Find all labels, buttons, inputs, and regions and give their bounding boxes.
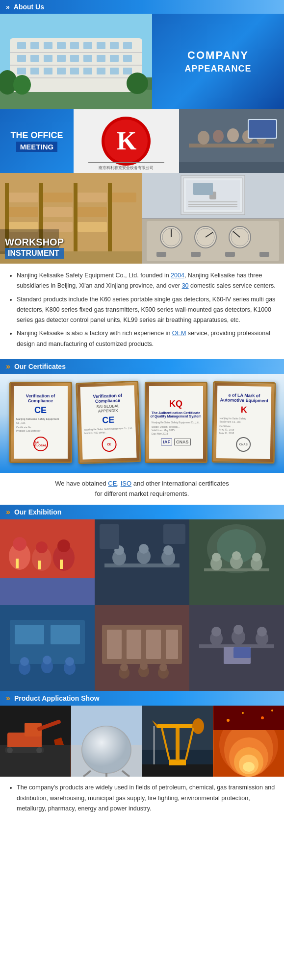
- svg-rect-78: [188, 206, 237, 207]
- svg-point-194: [261, 716, 264, 719]
- svg-rect-102: [16, 559, 19, 568]
- svg-rect-31: [97, 68, 105, 74]
- svg-rect-24: [123, 55, 132, 62]
- svg-rect-23: [110, 55, 119, 62]
- company-logo-image: K 南京科利赛克安全设备有限公司: [74, 109, 179, 173]
- svg-point-142: [120, 663, 128, 671]
- page-title: About Us: [14, 3, 44, 11]
- svg-rect-26: [30, 68, 39, 74]
- svg-rect-138: [127, 630, 141, 659]
- product-chevron-icon: »: [6, 694, 10, 703]
- svg-point-146: [159, 663, 167, 671]
- svg-point-124: [252, 553, 261, 562]
- svg-point-110: [139, 544, 149, 554]
- svg-rect-60: [9, 207, 38, 217]
- exhibition-chevron-icon: »: [6, 508, 10, 516]
- svg-rect-175: [142, 764, 213, 777]
- meeting-subtitle: MEETING: [16, 142, 57, 152]
- exhibition-section: [0, 519, 284, 691]
- svg-point-192: [227, 719, 230, 722]
- svg-rect-101: [0, 578, 95, 605]
- svg-rect-4: [10, 52, 142, 53]
- svg-point-130: [20, 657, 29, 666]
- iso-highlight: ISO: [121, 480, 131, 487]
- exhibition-image-1: [0, 519, 95, 605]
- svg-rect-13: [97, 42, 105, 49]
- svg-rect-6: [10, 77, 142, 78]
- description-list: Nanjing Kelisaike Safety Equipment Co., …: [8, 270, 276, 349]
- svg-rect-61: [43, 207, 73, 217]
- svg-rect-128: [51, 625, 80, 644]
- svg-point-152: [233, 625, 243, 635]
- svg-rect-27: [44, 68, 52, 74]
- ce-highlight: CE: [108, 480, 117, 487]
- svg-text:K: K: [117, 127, 137, 155]
- svg-rect-18: [44, 55, 52, 62]
- svg-rect-29: [70, 68, 79, 74]
- product-image-4: [213, 706, 284, 777]
- svg-rect-5: [10, 65, 142, 66]
- instrument-subtitle: INSTRUMENT: [5, 248, 64, 259]
- certificate-3: KQ The Authentication Certificateof Qual…: [145, 382, 207, 463]
- svg-rect-59: [43, 193, 73, 202]
- svg-point-144: [140, 662, 148, 670]
- svg-rect-17: [30, 55, 39, 62]
- svg-rect-75: [193, 183, 213, 195]
- svg-rect-14: [110, 42, 119, 49]
- svg-point-165: [36, 747, 42, 753]
- svg-rect-93: [259, 252, 269, 257]
- product-image-1: [0, 706, 71, 777]
- svg-rect-77: [188, 204, 237, 205]
- svg-rect-33: [123, 68, 132, 74]
- svg-rect-63: [77, 207, 107, 217]
- svg-rect-103: [38, 561, 41, 569]
- workshop-label: WORKSHOP INSTRUMENT: [5, 237, 64, 259]
- svg-point-169: [82, 726, 131, 773]
- svg-point-100: [57, 539, 70, 552]
- instrument-image: [142, 219, 284, 264]
- svg-rect-76: [188, 201, 237, 202]
- product-description-item: The company's products are widely used i…: [17, 783, 276, 814]
- product-description: The company's products are widely used i…: [0, 777, 284, 820]
- svg-point-36: [127, 73, 148, 94]
- product-section: [0, 706, 284, 777]
- svg-point-190: [243, 762, 255, 772]
- svg-rect-127: [15, 625, 44, 644]
- svg-rect-7: [17, 42, 26, 49]
- chevron-icon: »: [6, 3, 10, 11]
- description-item-3: Nanjing Kelisaike is also a factory with…: [17, 328, 276, 349]
- office-title: THE OFFICE: [11, 130, 63, 141]
- workshop-section: WORKSHOP INSTRUMENT: [0, 173, 284, 264]
- certificates-title: Our Certificates: [14, 363, 66, 370]
- svg-rect-56: [74, 183, 77, 256]
- certificates-header: » Our Certificates: [0, 359, 284, 374]
- office-images: K 南京科利赛克安全设备有限公司: [74, 109, 284, 173]
- svg-rect-25: [17, 68, 26, 74]
- svg-point-134: [65, 657, 74, 666]
- office-meeting-section: THE OFFICE MEETING K 南京科利赛克安全设备有限公司: [0, 109, 284, 173]
- svg-rect-178: [157, 724, 198, 728]
- exhibition-title: Our Exhibition: [14, 508, 61, 516]
- highlight-oem: OEM: [172, 330, 186, 337]
- svg-rect-156: [233, 647, 251, 658]
- svg-rect-113: [100, 524, 119, 549]
- svg-rect-92: [225, 252, 235, 257]
- svg-point-96: [13, 537, 26, 551]
- certificates-chevron-icon: »: [6, 362, 10, 371]
- svg-rect-57: [108, 183, 112, 256]
- highlight-count: 30: [182, 282, 189, 289]
- highlight-year: 2004: [171, 272, 184, 279]
- svg-point-154: [257, 627, 267, 637]
- svg-rect-10: [57, 42, 66, 49]
- office-label-panel: THE OFFICE MEETING: [0, 109, 74, 173]
- svg-rect-41: [88, 162, 164, 163]
- product-image-2: [71, 706, 142, 777]
- svg-point-132: [43, 656, 52, 664]
- product-title: Product Application Show: [14, 694, 100, 702]
- svg-point-47: [227, 128, 239, 142]
- caption-text-1: We have obtained: [55, 480, 108, 487]
- certificates-caption: We have obtained CE, ISO and other inter…: [0, 473, 284, 505]
- svg-point-98: [36, 541, 48, 553]
- svg-rect-9: [44, 42, 52, 49]
- svg-rect-191: [213, 706, 284, 730]
